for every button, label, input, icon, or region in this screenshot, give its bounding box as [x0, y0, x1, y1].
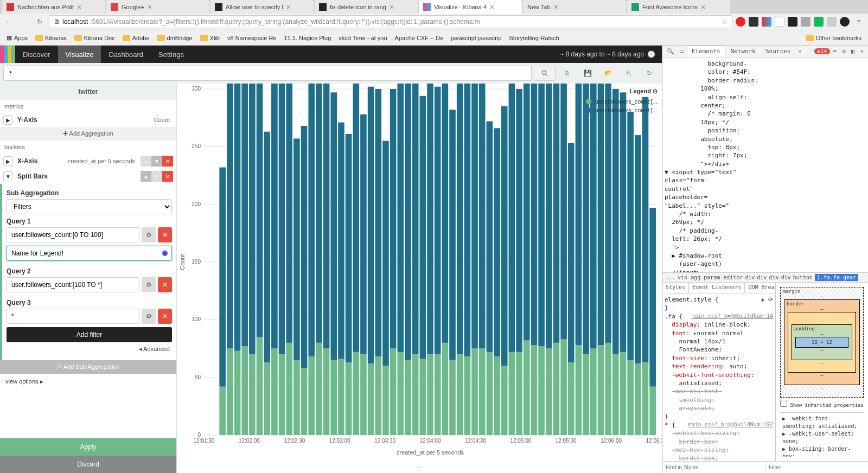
close-icon[interactable]: ×	[148, 3, 152, 11]
back-button[interactable]: ←	[3, 16, 15, 28]
save-button[interactable]: 💾	[578, 66, 597, 81]
nav-visualize[interactable]: Visualize	[58, 46, 101, 63]
chevron-icon[interactable]: »	[796, 47, 804, 56]
query1-legend-input[interactable]	[7, 246, 172, 261]
legend-title[interactable]: Legend ⊙	[586, 88, 658, 97]
add-subagg-button[interactable]: ⚐ Add Sub Aggregation	[0, 360, 176, 374]
browser-tab[interactable]: Nachrichten aus Polit×	[2, 0, 105, 14]
advanced-toggle[interactable]: ◂ Advanced	[7, 342, 172, 356]
nav-settings[interactable]: Settings	[151, 46, 192, 63]
move-up-button[interactable]: ▲	[141, 171, 151, 182]
move-down-button[interactable]: ▼	[151, 171, 162, 182]
timepicker[interactable]: ~ 8 days ago to ~ 8 days ago 🕘	[553, 46, 662, 63]
close-icon[interactable]: ×	[554, 3, 558, 11]
dock-icon[interactable]: ◧	[849, 47, 857, 56]
delete-agg-button[interactable]: ✕	[162, 171, 173, 182]
computed-styles[interactable]: ▶ -webkit-font-smoothing: antialiased; ▶…	[780, 412, 864, 457]
browser-tab-active[interactable]: Visualize - Kibana 4×	[419, 0, 522, 14]
browser-tab[interactable]: fix delete icon in rang×	[315, 0, 418, 14]
collapse-button[interactable]: ▼	[3, 171, 13, 181]
query1-input[interactable]	[7, 227, 139, 242]
browser-tab[interactable]: Font Awesome Icons×	[627, 0, 730, 14]
bookmark[interactable]: xkcd Time - at you	[335, 33, 390, 43]
subagg-select[interactable]: Filters	[7, 199, 172, 214]
ext-icon[interactable]	[762, 17, 771, 27]
other-bookmarks[interactable]: Other bookmarks	[803, 33, 865, 43]
query-delete-button[interactable]: ✕	[158, 309, 172, 324]
close-icon[interactable]: ×	[701, 3, 705, 11]
gear-icon[interactable]: ⚙	[840, 47, 848, 56]
query3-input[interactable]	[7, 309, 139, 324]
elements-breadcrumb[interactable]: ... vis-agg-param-editor div div div div…	[662, 272, 868, 282]
styles-tab[interactable]: Styles	[662, 283, 689, 293]
move-down-button[interactable]: ▼	[151, 156, 162, 167]
search-input[interactable]	[4, 69, 531, 78]
ext-icon[interactable]	[775, 17, 784, 27]
nav-dashboard[interactable]: Dashboard	[101, 46, 151, 63]
close-icon[interactable]: ×	[77, 3, 81, 11]
filter-computed-input[interactable]	[765, 462, 868, 473]
add-metric-button[interactable]: ✚ Add Aggregation	[0, 127, 176, 140]
ext-icon[interactable]	[840, 17, 850, 27]
error-badge[interactable]: ⊗14	[814, 48, 829, 54]
reload-button[interactable]: ↻	[34, 16, 46, 28]
dom-breakpoints-tab[interactable]: DOM Breakpoints	[745, 283, 776, 293]
browser-tab[interactable]: Allow user to specify l×	[210, 0, 314, 14]
browser-tab[interactable]: Google+×	[106, 0, 209, 14]
find-styles-input[interactable]	[662, 462, 765, 473]
close-icon[interactable]: ×	[858, 47, 866, 56]
collapse-handle[interactable]: ︿	[416, 462, 423, 471]
query-gear-button[interactable]: ⚙	[142, 309, 156, 324]
bookmark[interactable]: dmBridge	[154, 33, 196, 43]
delete-agg-button[interactable]: ✕	[162, 156, 173, 167]
bookmark[interactable]: 11.1. Nagios Plug	[280, 33, 334, 43]
device-icon[interactable]: ▭	[678, 47, 686, 56]
close-icon[interactable]: ×	[390, 3, 394, 11]
show-inherited-checkbox[interactable]	[780, 400, 787, 407]
close-icon[interactable]: ×	[286, 3, 291, 11]
bookmark[interactable]: Apache CXF -- De	[392, 33, 447, 43]
query2-input[interactable]	[7, 277, 139, 292]
legend-item[interactable]: user.followers_count:[...	[586, 106, 658, 114]
bookmark[interactable]: Xlib	[197, 33, 223, 43]
bookmark[interactable]: Adobe	[119, 33, 153, 43]
url-input[interactable]: 🗎 localhost :5601/#/visualize/create?_a=…	[49, 15, 732, 28]
bookmark[interactable]: javascript:javascrip	[448, 33, 505, 43]
query-delete-button[interactable]: ✕	[158, 277, 172, 292]
ext-icon[interactable]	[749, 17, 758, 27]
devtools-tab-elements[interactable]: Elements	[687, 46, 725, 57]
star-icon[interactable]: ☆	[722, 18, 727, 25]
expand-button[interactable]: ▶	[3, 115, 13, 125]
query-gear-button[interactable]: ⚙	[142, 227, 156, 242]
ext-icon[interactable]	[827, 17, 837, 27]
ext-icon[interactable]	[801, 17, 810, 27]
move-up-button[interactable]: ▲	[141, 156, 151, 167]
styles-body[interactable]: element.style {✚ ⟳ } main.css?_b=@@build…	[662, 293, 775, 461]
apply-button[interactable]: Apply	[0, 438, 176, 456]
query-gear-button[interactable]: ⚙	[142, 277, 156, 292]
bookmark[interactable]: ▦Apps	[3, 33, 31, 43]
nav-discover[interactable]: Discover	[15, 46, 58, 63]
ext-icon[interactable]	[788, 17, 797, 27]
elements-panel[interactable]: background- color: #54F; border-radius: …	[662, 57, 868, 272]
discard-button[interactable]: Discard	[0, 456, 176, 473]
legend-item[interactable]: user.followers_count:[...	[586, 97, 658, 106]
inspect-icon[interactable]: 🔍	[665, 47, 676, 56]
devtools-tab-sources[interactable]: Sources	[761, 46, 795, 56]
refresh-button[interactable]: ↻	[640, 66, 659, 81]
new-button[interactable]: 🗎	[558, 66, 576, 81]
menu-icon[interactable]: ≡	[853, 16, 865, 28]
view-options-toggle[interactable]: view options ▸	[0, 374, 176, 389]
share-button[interactable]: ⇱	[620, 66, 638, 81]
open-button[interactable]: 📂	[599, 66, 617, 81]
ext-icon[interactable]	[736, 17, 745, 27]
add-filter-button[interactable]: Add filter	[7, 327, 172, 342]
devtools-tab-network[interactable]: Network	[726, 46, 760, 56]
ext-icon[interactable]	[814, 17, 824, 27]
bookmark[interactable]: Kibanas	[32, 33, 70, 43]
query-delete-button[interactable]: ✕	[158, 227, 172, 242]
drawer-icon[interactable]: ≔	[831, 47, 839, 56]
expand-button[interactable]: ▶	[3, 156, 13, 166]
browser-tab[interactable]: New Tab×	[523, 0, 626, 14]
forward-button[interactable]: →	[18, 16, 30, 28]
